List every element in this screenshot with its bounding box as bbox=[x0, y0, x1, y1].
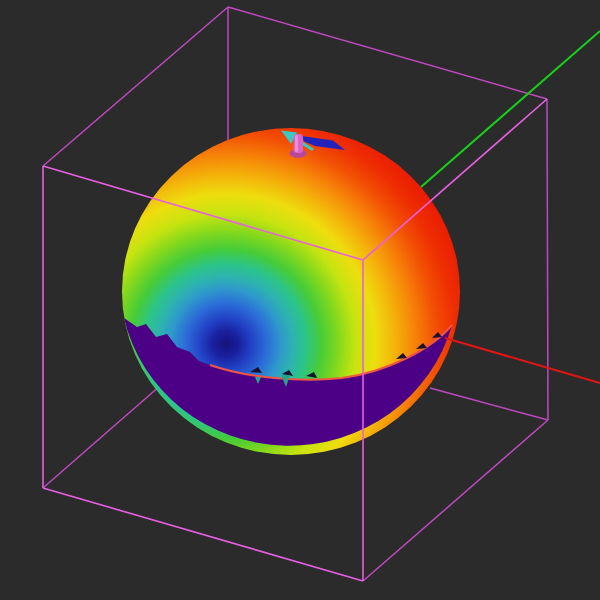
render-viewport[interactable] bbox=[0, 0, 600, 600]
box-edge-right-back-vertical bbox=[547, 99, 548, 420]
normal-arrow-shaft-icon bbox=[294, 134, 304, 153]
scene-canvas[interactable] bbox=[0, 0, 600, 600]
normal-arrow-highlight bbox=[295, 135, 298, 152]
